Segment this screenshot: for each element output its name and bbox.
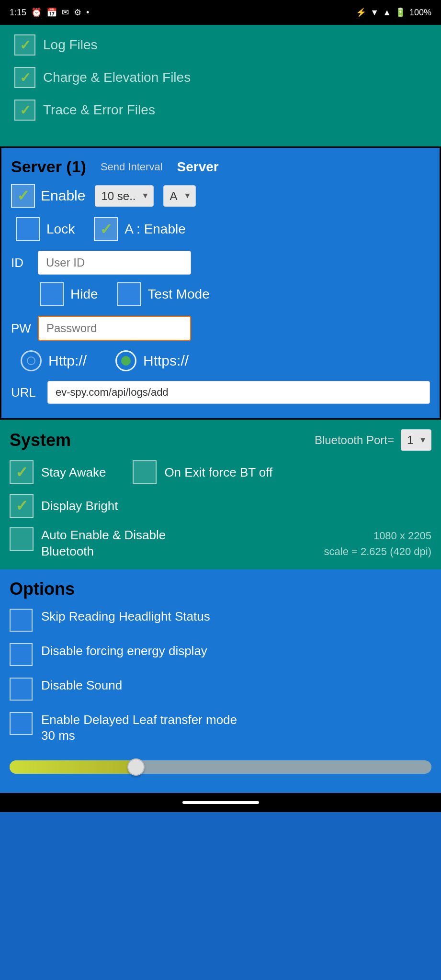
system-title: System: [10, 430, 71, 450]
hide-item: Hide: [40, 282, 98, 306]
slider-fill: [10, 760, 136, 774]
trace-error-row[interactable]: Trace & Error Files: [14, 100, 427, 121]
skip-headlight-label: Skip Reading Headlight Status: [41, 609, 210, 625]
slider-thumb[interactable]: [127, 758, 145, 776]
http-radio-item[interactable]: Http://: [21, 350, 87, 371]
slider-track: [10, 760, 431, 774]
charge-elevation-checkbox[interactable]: [14, 67, 35, 88]
send-interval-select-wrapper[interactable]: 10 se.. 5 se.. 30 se.. 60 se..: [95, 185, 154, 207]
delayed-leaf-label: Enable Delayed Leaf transfer mode30 ms: [41, 712, 237, 745]
delayed-leaf-row: Enable Delayed Leaf transfer mode30 ms: [10, 712, 431, 745]
trace-error-checkbox[interactable]: [14, 100, 35, 121]
skip-headlight-checkbox[interactable]: [10, 609, 33, 632]
bt-port-select[interactable]: 1 2 3: [401, 429, 431, 451]
status-left: 1:15 ⏰ 📅 ✉ ⚙ •: [10, 7, 89, 18]
log-files-row[interactable]: Log Files: [14, 34, 427, 56]
on-exit-bt-checkbox[interactable]: [133, 460, 157, 484]
test-mode-label: Test Mode: [148, 287, 210, 302]
log-files-label: Log Files: [43, 37, 98, 53]
test-mode-item: Test Mode: [117, 282, 210, 306]
http-radio[interactable]: [21, 350, 42, 371]
charge-elevation-label: Charge & Elevation Files: [43, 70, 191, 85]
time: 1:15: [10, 8, 26, 18]
a-enable-label: A : Enable: [124, 222, 186, 237]
lock-item: Lock: [16, 217, 75, 241]
auto-bt-label: Auto Enable & DisableBluetooth: [41, 527, 166, 560]
https-label: Https://: [143, 353, 189, 369]
display-bright-label: Display Bright: [41, 499, 118, 513]
hide-row: Hide Test Mode: [40, 282, 430, 306]
stay-awake-checkbox[interactable]: [10, 460, 34, 484]
lock-label: Lock: [46, 222, 75, 237]
status-right: ⚡ ▼ ▲ 🔋 100%: [356, 7, 431, 18]
server-select[interactable]: A B C: [163, 185, 196, 207]
hide-checkbox[interactable]: [40, 282, 64, 306]
battery-icon: 🔋: [395, 7, 406, 18]
server-title: Server (1): [11, 157, 86, 176]
url-label: URL: [11, 385, 40, 400]
charge-elevation-row[interactable]: Charge & Elevation Files: [14, 67, 427, 88]
bluetooth-icon: ⚡: [356, 7, 366, 18]
system-header-row: System Bluetooth Port= 1 2 3: [10, 429, 431, 451]
server-header: Server (1) Send Interval Server: [11, 157, 430, 176]
bt-port-row: Bluetooth Port= 1 2 3: [315, 429, 431, 451]
disable-sound-row: Disable Sound: [10, 678, 431, 701]
send-interval-label: Send Interval: [101, 161, 163, 173]
mail-icon: ✉: [62, 7, 69, 18]
server-section: Server (1) Send Interval Server Enable 1…: [0, 146, 441, 420]
wifi-icon: ▼: [370, 8, 379, 18]
lock-checkbox[interactable]: [16, 217, 40, 241]
stay-awake-label: Stay Awake: [41, 465, 106, 480]
https-radio-item[interactable]: Https://: [115, 350, 189, 371]
url-row: URL: [11, 381, 430, 404]
pw-row: PW: [11, 316, 430, 341]
https-radio[interactable]: [115, 350, 136, 371]
test-mode-checkbox[interactable]: [117, 282, 141, 306]
server-label-header: Server: [177, 159, 219, 175]
a-enable-checkbox[interactable]: [94, 217, 118, 241]
protocol-row: Http:// Https://: [21, 350, 430, 371]
dot-icon: •: [86, 8, 89, 18]
server-enable-row: Enable 10 se.. 5 se.. 30 se.. 60 se.. A …: [11, 184, 430, 208]
calendar-icon: 📅: [46, 7, 57, 18]
on-exit-bt-label: On Exit force BT off: [164, 465, 272, 480]
url-input[interactable]: [47, 381, 430, 404]
alarm-icon: ⏰: [31, 7, 42, 18]
signal-icon: ▲: [383, 8, 391, 18]
send-interval-select[interactable]: 10 se.. 5 se.. 30 se.. 60 se..: [95, 185, 154, 207]
hide-label: Hide: [70, 287, 98, 302]
system-section: System Bluetooth Port= 1 2 3 Stay Awake …: [0, 420, 441, 569]
settings-icon: ⚙: [74, 7, 81, 18]
auto-bt-row: Auto Enable & DisableBluetooth 1080 x 22…: [10, 527, 431, 560]
options-title: Options: [10, 579, 431, 599]
user-id-input[interactable]: [38, 251, 191, 275]
battery-percent: 100%: [409, 8, 431, 18]
stay-awake-row: Stay Awake On Exit force BT off: [10, 460, 431, 484]
disable-energy-row: Disable forcing energy display: [10, 643, 431, 666]
password-input[interactable]: [38, 316, 191, 341]
trace-error-label: Trace & Error Files: [43, 102, 155, 118]
http-label: Http://: [48, 353, 87, 369]
display-bright-row: Display Bright: [10, 494, 431, 518]
display-bright-checkbox[interactable]: [10, 494, 34, 518]
log-files-checkbox[interactable]: [14, 34, 35, 56]
pw-label: PW: [11, 321, 30, 336]
enable-checkbox[interactable]: [11, 184, 35, 208]
skip-headlight-row: Skip Reading Headlight Status: [10, 609, 431, 632]
disable-energy-checkbox[interactable]: [10, 643, 33, 666]
id-row: ID: [11, 251, 430, 275]
enable-label: Enable: [41, 188, 85, 204]
server-select-wrapper[interactable]: A B C: [163, 185, 196, 207]
top-section: Log Files Charge & Elevation Files Trace…: [0, 25, 441, 146]
auto-bt-checkbox[interactable]: [10, 527, 34, 551]
status-bar: 1:15 ⏰ 📅 ✉ ⚙ • ⚡ ▼ ▲ 🔋 100%: [0, 0, 441, 25]
bt-port-select-wrapper[interactable]: 1 2 3: [401, 429, 431, 451]
lock-row: Lock A : Enable: [16, 217, 430, 241]
id-label: ID: [11, 256, 30, 270]
delayed-leaf-checkbox[interactable]: [10, 712, 33, 735]
nav-bar: [0, 793, 441, 812]
a-enable-item: A : Enable: [94, 217, 186, 241]
nav-pill[interactable]: [182, 801, 259, 804]
disable-sound-checkbox[interactable]: [10, 678, 33, 701]
slider-container[interactable]: [10, 756, 431, 783]
